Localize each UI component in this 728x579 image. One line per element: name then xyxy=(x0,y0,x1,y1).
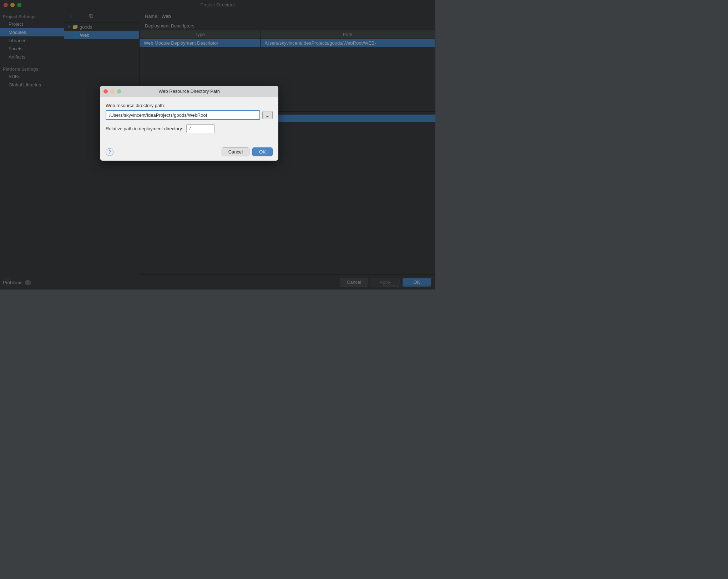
modal-ok-button[interactable]: OK xyxy=(252,147,273,156)
modal-min-button[interactable] xyxy=(110,89,115,94)
modal-help-button[interactable]: ? xyxy=(106,148,113,156)
modal-titlebar: Web Resource Directory Path xyxy=(100,86,278,97)
modal-close-button[interactable] xyxy=(103,89,108,94)
modal-body: Web resource directory path: ... Relativ… xyxy=(100,97,278,145)
modal-relative-row: Relative path in deployment directory: xyxy=(106,124,273,133)
modal-relative-input[interactable] xyxy=(186,124,215,133)
modal-browse-button[interactable]: ... xyxy=(262,111,273,119)
modal-footer-buttons: Cancel OK xyxy=(222,147,273,156)
modal-field-label: Web resource directory path: xyxy=(106,103,273,108)
modal-window-controls xyxy=(103,89,121,94)
modal-cancel-button[interactable]: Cancel xyxy=(222,147,249,156)
modal-relative-label: Relative path in deployment directory: xyxy=(106,126,183,131)
modal-path-input[interactable] xyxy=(106,110,260,120)
modal-footer: ? Cancel OK xyxy=(100,145,278,161)
modal-max-button[interactable] xyxy=(117,89,121,94)
modal-input-row: ... xyxy=(106,110,273,120)
modal-overlay: Web Resource Directory Path Web resource… xyxy=(0,0,435,290)
modal-dialog: Web Resource Directory Path Web resource… xyxy=(100,86,278,161)
modal-title: Web Resource Directory Path xyxy=(158,89,220,94)
